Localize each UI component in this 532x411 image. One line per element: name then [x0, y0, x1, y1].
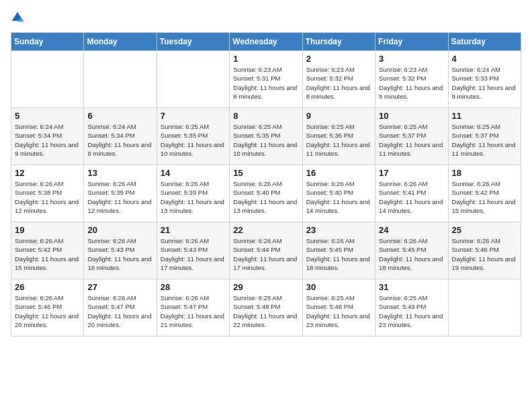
- calendar-day-cell: 25Sunrise: 6:26 AMSunset: 5:46 PMDayligh…: [448, 222, 521, 279]
- day-info: Sunrise: 6:25 AMSunset: 5:37 PMDaylight:…: [452, 123, 516, 157]
- day-number: 25: [452, 225, 517, 235]
- calendar-week-row: 5Sunrise: 6:24 AMSunset: 5:34 PMDaylight…: [11, 108, 521, 165]
- day-number: 22: [233, 225, 298, 235]
- day-info: Sunrise: 6:25 AMSunset: 5:35 PMDaylight:…: [233, 123, 297, 157]
- day-info: Sunrise: 6:23 AMSunset: 5:31 PMDaylight:…: [233, 66, 297, 100]
- day-number: 23: [306, 225, 371, 235]
- calendar-day-cell: [157, 51, 229, 108]
- calendar-day-cell: 31Sunrise: 6:25 AMSunset: 5:49 PMDayligh…: [375, 279, 448, 336]
- calendar-week-row: 1Sunrise: 6:23 AMSunset: 5:31 PMDaylight…: [11, 51, 521, 108]
- calendar-day-cell: 9Sunrise: 6:25 AMSunset: 5:36 PMDaylight…: [302, 108, 375, 165]
- day-info: Sunrise: 6:24 AMSunset: 5:34 PMDaylight:…: [87, 123, 151, 157]
- calendar-day-cell: 16Sunrise: 6:26 AMSunset: 5:40 PMDayligh…: [302, 165, 375, 222]
- day-info: Sunrise: 6:26 AMSunset: 5:43 PMDaylight:…: [87, 237, 151, 271]
- day-number: 16: [306, 168, 371, 178]
- weekday-header: Monday: [84, 33, 157, 51]
- day-number: 1: [233, 54, 298, 64]
- weekday-header: Saturday: [448, 33, 521, 51]
- calendar-day-cell: 19Sunrise: 6:26 AMSunset: 5:42 PMDayligh…: [11, 222, 84, 279]
- page-header: [11, 11, 521, 24]
- calendar-day-cell: 5Sunrise: 6:24 AMSunset: 5:34 PMDaylight…: [11, 108, 84, 165]
- weekday-header: Thursday: [302, 33, 375, 51]
- day-info: Sunrise: 6:26 AMSunset: 5:44 PMDaylight:…: [233, 237, 297, 271]
- calendar-day-cell: 7Sunrise: 6:25 AMSunset: 5:35 PMDaylight…: [157, 108, 229, 165]
- day-number: 9: [306, 111, 371, 121]
- weekday-header: Sunday: [11, 33, 84, 51]
- day-number: 28: [161, 282, 226, 292]
- calendar-day-cell: 20Sunrise: 6:26 AMSunset: 5:43 PMDayligh…: [84, 222, 157, 279]
- calendar-day-cell: 4Sunrise: 6:24 AMSunset: 5:33 PMDaylight…: [448, 51, 521, 108]
- calendar-day-cell: 24Sunrise: 6:26 AMSunset: 5:45 PMDayligh…: [375, 222, 448, 279]
- day-number: 27: [87, 282, 152, 292]
- calendar-day-cell: 1Sunrise: 6:23 AMSunset: 5:31 PMDaylight…: [230, 51, 302, 108]
- day-number: 19: [15, 225, 80, 235]
- day-info: Sunrise: 6:26 AMSunset: 5:40 PMDaylight:…: [306, 180, 370, 214]
- day-info: Sunrise: 6:26 AMSunset: 5:39 PMDaylight:…: [161, 180, 224, 214]
- day-info: Sunrise: 6:26 AMSunset: 5:46 PMDaylight:…: [15, 294, 79, 328]
- day-info: Sunrise: 6:25 AMSunset: 5:35 PMDaylight:…: [161, 123, 224, 157]
- day-number: 29: [233, 282, 298, 292]
- day-number: 6: [87, 111, 152, 121]
- day-info: Sunrise: 6:26 AMSunset: 5:39 PMDaylight:…: [87, 180, 151, 214]
- weekday-header: Tuesday: [157, 33, 229, 51]
- day-number: 15: [233, 168, 298, 178]
- calendar-day-cell: 28Sunrise: 6:26 AMSunset: 5:47 PMDayligh…: [157, 279, 229, 336]
- day-number: 17: [379, 168, 444, 178]
- logo-icon: [11, 11, 24, 24]
- day-number: 24: [379, 225, 444, 235]
- day-info: Sunrise: 6:23 AMSunset: 5:32 PMDaylight:…: [306, 66, 370, 100]
- weekday-header: Wednesday: [230, 33, 302, 51]
- day-number: 8: [233, 111, 298, 121]
- day-info: Sunrise: 6:26 AMSunset: 5:47 PMDaylight:…: [161, 294, 224, 328]
- calendar-day-cell: 23Sunrise: 6:26 AMSunset: 5:45 PMDayligh…: [302, 222, 375, 279]
- calendar-day-cell: 8Sunrise: 6:25 AMSunset: 5:35 PMDaylight…: [230, 108, 302, 165]
- calendar-day-cell: 6Sunrise: 6:24 AMSunset: 5:34 PMDaylight…: [84, 108, 157, 165]
- day-number: 4: [452, 54, 517, 64]
- calendar-day-cell: 11Sunrise: 6:25 AMSunset: 5:37 PMDayligh…: [448, 108, 521, 165]
- day-info: Sunrise: 6:26 AMSunset: 5:43 PMDaylight:…: [161, 237, 224, 271]
- calendar-day-cell: 18Sunrise: 6:26 AMSunset: 5:42 PMDayligh…: [448, 165, 521, 222]
- day-info: Sunrise: 6:25 AMSunset: 5:48 PMDaylight:…: [233, 294, 297, 328]
- calendar-day-cell: 17Sunrise: 6:26 AMSunset: 5:41 PMDayligh…: [375, 165, 448, 222]
- day-number: 20: [87, 225, 152, 235]
- day-number: 10: [379, 111, 444, 121]
- day-info: Sunrise: 6:25 AMSunset: 5:36 PMDaylight:…: [306, 123, 370, 157]
- day-info: Sunrise: 6:26 AMSunset: 5:42 PMDaylight:…: [452, 180, 516, 214]
- calendar-day-cell: 3Sunrise: 6:23 AMSunset: 5:32 PMDaylight…: [375, 51, 448, 108]
- calendar-day-cell: [84, 51, 157, 108]
- day-info: Sunrise: 6:25 AMSunset: 5:49 PMDaylight:…: [379, 294, 443, 328]
- calendar-day-cell: 2Sunrise: 6:23 AMSunset: 5:32 PMDaylight…: [302, 51, 375, 108]
- day-number: 14: [161, 168, 226, 178]
- day-info: Sunrise: 6:26 AMSunset: 5:45 PMDaylight:…: [306, 237, 370, 271]
- calendar-day-cell: 15Sunrise: 6:26 AMSunset: 5:40 PMDayligh…: [230, 165, 302, 222]
- day-number: 21: [161, 225, 226, 235]
- calendar-day-cell: [448, 279, 521, 336]
- day-info: Sunrise: 6:23 AMSunset: 5:32 PMDaylight:…: [379, 66, 443, 100]
- day-number: 3: [379, 54, 444, 64]
- calendar-day-cell: [11, 51, 84, 108]
- calendar-day-cell: 12Sunrise: 6:26 AMSunset: 5:38 PMDayligh…: [11, 165, 84, 222]
- day-info: Sunrise: 6:26 AMSunset: 5:41 PMDaylight:…: [379, 180, 443, 214]
- calendar-week-row: 12Sunrise: 6:26 AMSunset: 5:38 PMDayligh…: [11, 165, 521, 222]
- calendar-day-cell: 10Sunrise: 6:25 AMSunset: 5:37 PMDayligh…: [375, 108, 448, 165]
- day-info: Sunrise: 6:26 AMSunset: 5:38 PMDaylight:…: [15, 180, 79, 214]
- calendar-day-cell: 21Sunrise: 6:26 AMSunset: 5:43 PMDayligh…: [157, 222, 229, 279]
- day-info: Sunrise: 6:26 AMSunset: 5:46 PMDaylight:…: [452, 237, 516, 271]
- day-number: 11: [452, 111, 517, 121]
- day-info: Sunrise: 6:26 AMSunset: 5:42 PMDaylight:…: [15, 237, 79, 271]
- day-info: Sunrise: 6:25 AMSunset: 5:48 PMDaylight:…: [306, 294, 370, 328]
- calendar-day-cell: 13Sunrise: 6:26 AMSunset: 5:39 PMDayligh…: [84, 165, 157, 222]
- day-number: 7: [161, 111, 226, 121]
- day-number: 13: [87, 168, 152, 178]
- day-number: 12: [15, 168, 80, 178]
- day-info: Sunrise: 6:26 AMSunset: 5:45 PMDaylight:…: [379, 237, 443, 271]
- calendar-week-row: 19Sunrise: 6:26 AMSunset: 5:42 PMDayligh…: [11, 222, 521, 279]
- day-info: Sunrise: 6:24 AMSunset: 5:33 PMDaylight:…: [452, 66, 516, 100]
- calendar-day-cell: 26Sunrise: 6:26 AMSunset: 5:46 PMDayligh…: [11, 279, 84, 336]
- calendar-table: SundayMondayTuesdayWednesdayThursdayFrid…: [11, 32, 521, 336]
- day-info: Sunrise: 6:24 AMSunset: 5:34 PMDaylight:…: [15, 123, 79, 157]
- day-number: 30: [306, 282, 371, 292]
- weekday-header-row: SundayMondayTuesdayWednesdayThursdayFrid…: [11, 33, 521, 51]
- calendar-day-cell: 27Sunrise: 6:26 AMSunset: 5:47 PMDayligh…: [84, 279, 157, 336]
- day-info: Sunrise: 6:26 AMSunset: 5:47 PMDaylight:…: [87, 294, 151, 328]
